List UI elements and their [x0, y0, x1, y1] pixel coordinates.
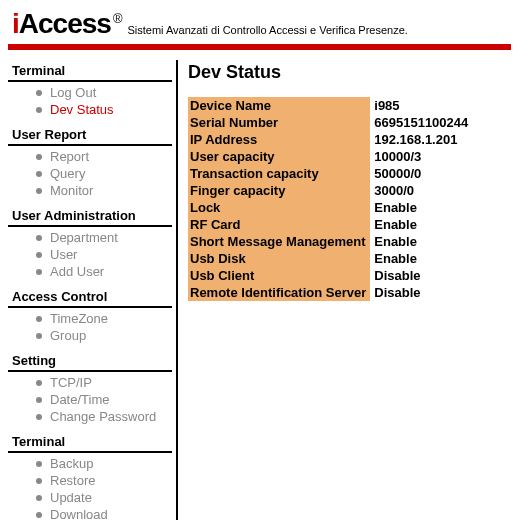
- table-row: Usb DiskEnable: [188, 250, 472, 267]
- sidebar-item[interactable]: Download: [36, 506, 172, 520]
- bullet-icon: [36, 333, 42, 339]
- logo: iAccess®: [12, 8, 121, 40]
- sidebar-section-header: Terminal: [8, 431, 172, 453]
- sidebar-item-label[interactable]: TCP/IP: [50, 375, 92, 390]
- status-value: 3000/0: [370, 182, 472, 199]
- status-label: Usb Client: [188, 267, 370, 284]
- sidebar-item-label[interactable]: Monitor: [50, 183, 93, 198]
- status-value: 6695151100244: [370, 114, 472, 131]
- logo-reg: ®: [113, 11, 122, 26]
- status-value: Enable: [370, 199, 472, 216]
- status-label: Serial Number: [188, 114, 370, 131]
- page-title: Dev Status: [188, 60, 513, 97]
- bullet-icon: [36, 188, 42, 194]
- sidebar-section-items: DepartmentUserAdd User: [8, 227, 172, 286]
- bullet-icon: [36, 269, 42, 275]
- table-row: Short Message ManagementEnable: [188, 233, 472, 250]
- sidebar-section-items: BackupRestoreUpdateDownloadOpen DoorRebo…: [8, 453, 172, 520]
- tagline: Sistemi Avanzati di Controllo Accessi e …: [127, 24, 407, 36]
- sidebar-item[interactable]: Backup: [36, 455, 172, 472]
- sidebar-item-label[interactable]: Restore: [50, 473, 96, 488]
- bullet-icon: [36, 461, 42, 467]
- sidebar-section-items: TimeZoneGroup: [8, 308, 172, 350]
- sidebar-item[interactable]: Update: [36, 489, 172, 506]
- table-row: Transaction capacity50000/0: [188, 165, 472, 182]
- sidebar-item-label[interactable]: Update: [50, 490, 92, 505]
- sidebar-item-label[interactable]: Report: [50, 149, 89, 164]
- sidebar-item-label[interactable]: Log Out: [50, 85, 96, 100]
- bullet-icon: [36, 154, 42, 160]
- sidebar-item-label[interactable]: Dev Status: [50, 102, 114, 117]
- table-row: Device Namei985: [188, 97, 472, 114]
- sidebar-item-label[interactable]: Query: [50, 166, 85, 181]
- status-value: Enable: [370, 250, 472, 267]
- sidebar-section-header: Setting: [8, 350, 172, 372]
- sidebar-section-header: User Administration: [8, 205, 172, 227]
- sidebar-section-header: User Report: [8, 124, 172, 146]
- sidebar-item[interactable]: Change Password: [36, 408, 172, 425]
- status-label: IP Address: [188, 131, 370, 148]
- status-label: Lock: [188, 199, 370, 216]
- status-value: Enable: [370, 233, 472, 250]
- sidebar-item-label[interactable]: Add User: [50, 264, 104, 279]
- logo-rest: Access: [19, 8, 111, 39]
- bullet-icon: [36, 512, 42, 518]
- bullet-icon: [36, 380, 42, 386]
- bullet-icon: [36, 414, 42, 420]
- status-value: i985: [370, 97, 472, 114]
- sidebar-item[interactable]: Query: [36, 165, 172, 182]
- main-panel: Dev Status Device Namei985Serial Number6…: [178, 60, 519, 520]
- header-divider: [8, 44, 511, 50]
- status-label: Short Message Management: [188, 233, 370, 250]
- sidebar-item[interactable]: TCP/IP: [36, 374, 172, 391]
- status-label: User capacity: [188, 148, 370, 165]
- bullet-icon: [36, 171, 42, 177]
- sidebar-section-header: Terminal: [8, 60, 172, 82]
- sidebar-item-label[interactable]: Date/Time: [50, 392, 109, 407]
- sidebar-item-label[interactable]: User: [50, 247, 77, 262]
- sidebar-item[interactable]: Report: [36, 148, 172, 165]
- sidebar-section-header: Access Control: [8, 286, 172, 308]
- sidebar-item[interactable]: TimeZone: [36, 310, 172, 327]
- sidebar-item[interactable]: User: [36, 246, 172, 263]
- sidebar-item-label[interactable]: Download: [50, 507, 108, 520]
- sidebar-item[interactable]: Log Out: [36, 84, 172, 101]
- sidebar-item[interactable]: Restore: [36, 472, 172, 489]
- sidebar-item-label[interactable]: Department: [50, 230, 118, 245]
- bullet-icon: [36, 90, 42, 96]
- status-value: Enable: [370, 216, 472, 233]
- bullet-icon: [36, 235, 42, 241]
- sidebar-item-label[interactable]: Change Password: [50, 409, 156, 424]
- sidebar-item[interactable]: Monitor: [36, 182, 172, 199]
- sidebar-item[interactable]: Dev Status: [36, 101, 172, 118]
- sidebar-item-label[interactable]: Group: [50, 328, 86, 343]
- sidebar-item-label[interactable]: Backup: [50, 456, 93, 471]
- header: iAccess® Sistemi Avanzati di Controllo A…: [0, 0, 519, 44]
- sidebar-item[interactable]: Date/Time: [36, 391, 172, 408]
- status-value: Disable: [370, 284, 472, 301]
- logo-i: i: [12, 8, 19, 39]
- status-label: RF Card: [188, 216, 370, 233]
- sidebar-section-items: TCP/IPDate/TimeChange Password: [8, 372, 172, 431]
- table-row: IP Address192.168.1.201: [188, 131, 472, 148]
- sidebar-section-items: Log OutDev Status: [8, 82, 172, 124]
- status-label: Transaction capacity: [188, 165, 370, 182]
- sidebar-item[interactable]: Department: [36, 229, 172, 246]
- status-value: Disable: [370, 267, 472, 284]
- status-label: Remote Identification Server: [188, 284, 370, 301]
- sidebar-item[interactable]: Add User: [36, 263, 172, 280]
- sidebar-section-items: ReportQueryMonitor: [8, 146, 172, 205]
- sidebar-item[interactable]: Group: [36, 327, 172, 344]
- status-value: 192.168.1.201: [370, 131, 472, 148]
- sidebar: TerminalLog OutDev StatusUser ReportRepo…: [0, 60, 178, 520]
- table-row: Remote Identification ServerDisable: [188, 284, 472, 301]
- status-label: Usb Disk: [188, 250, 370, 267]
- bullet-icon: [36, 107, 42, 113]
- bullet-icon: [36, 478, 42, 484]
- table-row: Usb ClientDisable: [188, 267, 472, 284]
- table-row: LockEnable: [188, 199, 472, 216]
- status-label: Finger capacity: [188, 182, 370, 199]
- bullet-icon: [36, 495, 42, 501]
- status-table: Device Namei985Serial Number669515110024…: [188, 97, 472, 301]
- sidebar-item-label[interactable]: TimeZone: [50, 311, 108, 326]
